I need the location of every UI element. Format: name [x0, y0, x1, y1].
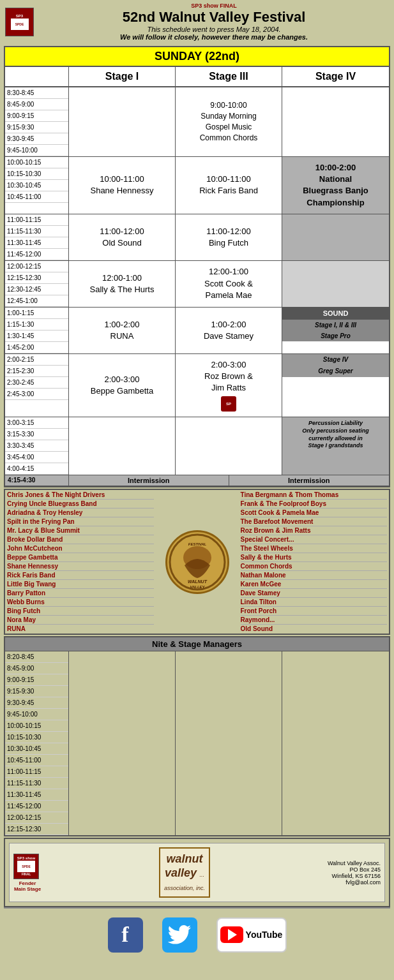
spde-inner-text: SPDE — [15, 22, 24, 26]
header-subtitle: This schedule went to press May 18, 2004… — [39, 26, 389, 33]
list-item: Nora May — [7, 616, 154, 625]
stage3-cell-6-text: 2:00-3:00 Roz Brown & Jim Ratts — [204, 359, 253, 394]
footer-inner: SP3 show SPDE FINAL FenderMain Stage wal… — [9, 843, 385, 902]
night-header: Nite & Stage Managers — [5, 637, 389, 651]
list-item: Barry Patton — [7, 589, 154, 598]
time-label: 12:30-12:45 — [5, 284, 68, 295]
block-row-1: 8:30-8:45 8:45-9:00 9:00-9:15 9:15-9:30 … — [5, 87, 389, 157]
list-item: The Steel Wheels — [241, 544, 388, 553]
time-label: 11:00-11:15 — [5, 766, 68, 778]
time-labels-6: 2:00-2:15 2:15-2:30 2:30-2:45 2:45-3:00 — [5, 354, 69, 417]
stage4-cell-3 — [282, 214, 389, 260]
sound-detail1: Stage I, II & III — [282, 320, 389, 330]
time-label-intermission: 4:15-4:30 — [5, 475, 69, 486]
night-time-col: 8:20-8:45 8:45-9:00 9:00-9:15 9:15-9:30 … — [5, 651, 69, 835]
time-label: 2:00-2:15 — [5, 354, 68, 366]
twitter-icon[interactable] — [162, 917, 197, 953]
time-label: 11:15-11:30 — [5, 226, 68, 237]
time-labels-1: 8:30-8:45 8:45-9:00 9:00-9:15 9:15-9:30 … — [5, 87, 69, 156]
main-title: 52nd Walnut Valley Festival — [39, 9, 389, 26]
list-item: Raymond... — [241, 616, 388, 625]
footer-section: SP3 show SPDE FINAL FenderMain Stage wal… — [4, 838, 390, 907]
list-item: Scott Cook & Pamela Mae — [241, 509, 388, 517]
stage4-cell-2: 10:00-2:00 National Bluegrass Banjo Cham… — [282, 157, 389, 214]
time-label: 1:15-1:30 — [5, 319, 68, 330]
time-label: 9:15-9:30 — [5, 686, 68, 697]
footer-address: Walnut Valley Assoc. PO Box 245 Winfield… — [328, 860, 381, 886]
time-labels-5: 1:00-1:15 1:15-1:30 1:30-1:45 1:45-2:00 — [5, 308, 69, 353]
stage1-cell-2: 10:00-11:00 Shane Hennessy — [69, 157, 176, 214]
list-item: Tina Bergmann & Thom Thomas — [241, 491, 388, 500]
list-item: The Barefoot Movement — [241, 517, 388, 526]
stage1-cell-3: 11:00-12:00 Old Sound — [69, 214, 176, 260]
intermission-row: 4:15-4:30 Intermission Intermission — [5, 475, 389, 486]
address-line4: fvlg@aol.com — [328, 879, 381, 886]
time-label: 3:45-4:00 — [5, 452, 68, 463]
list-item: Front Porch — [241, 607, 388, 616]
time-label: 8:45-9:00 — [5, 99, 68, 110]
time-label: 8:20-8:45 — [5, 651, 68, 663]
time-labels-7: 3:00-3:15 3:15-3:30 3:30-3:45 3:45-4:00 … — [5, 417, 69, 475]
list-item: Crying Uncle Bluegrass Band — [7, 500, 154, 509]
stage4-header: Stage IV — [282, 67, 389, 86]
facebook-icon[interactable]: f — [108, 917, 143, 953]
list-item: Shane Hennessy — [7, 562, 154, 571]
intermission-label1: Intermission — [69, 475, 229, 486]
list-item: Mr. Lacy & Blue Summit — [7, 526, 154, 535]
list-item: Bing Futch — [7, 607, 154, 616]
list-item: Webb Burns — [7, 598, 154, 607]
list-content: Chris Jones & The Night Drivers Crying U… — [5, 490, 389, 634]
stage3-cell-7 — [176, 417, 282, 475]
time-label: 11:15-11:30 — [5, 778, 68, 789]
block-row-5: 1:00-1:15 1:15-1:30 1:30-1:45 1:45-2:00 … — [5, 308, 389, 354]
time-label: 11:45-12:00 — [5, 249, 68, 260]
youtube-icon[interactable]: YouTube — [216, 917, 287, 953]
list-item: Karen McGee — [241, 580, 388, 589]
stage3-cell-1: 9:00-10:00 Sunday Morning Gospel Music C… — [176, 87, 282, 156]
time-label: 12:15-12:30 — [5, 272, 68, 284]
wv-logo-box: walnut valley ... association, inc. — [159, 847, 210, 897]
walnut-logo: WALNUT VALLEY FESTIVAL — [165, 530, 229, 594]
svg-text:WALNUT: WALNUT — [188, 579, 208, 584]
time-label: 9:15-9:30 — [5, 122, 68, 133]
stage1-cell-4: 12:00-1:00 Sally & The Hurts — [69, 261, 176, 307]
day-header: SUNDAY (22nd) — [5, 47, 389, 67]
yt-play-icon — [228, 929, 237, 940]
block-row-7: 3:00-3:15 3:15-3:30 3:30-3:45 3:45-4:00 … — [5, 417, 389, 475]
time-label: 8:45-9:00 — [5, 663, 68, 674]
sound-detail2: Stage Pro — [282, 330, 389, 341]
svg-text:FESTIVAL: FESTIVAL — [188, 542, 206, 546]
walnut-logo-svg: WALNUT VALLEY FESTIVAL — [169, 533, 226, 591]
list-right-col: Tina Bergmann & Thom Thomas Frank & The … — [239, 490, 390, 634]
list-item: Little Big Twang — [7, 580, 154, 589]
time-label: 9:00-9:15 — [5, 110, 68, 122]
time-label: 12:15-12:30 — [5, 824, 68, 835]
block-row-4: 12:00-12:15 12:15-12:30 12:30-12:45 12:4… — [5, 261, 389, 308]
walnut-logo-container: WALNUT VALLEY FESTIVAL — [156, 490, 239, 634]
footer-spde: SP3 show SPDE FINAL FenderMain Stage — [13, 854, 42, 892]
time-label: 10:30-10:45 — [5, 180, 68, 191]
empty-header — [5, 67, 69, 86]
time-labels-3: 11:00-11:15 11:15-11:30 11:30-11:45 11:4… — [5, 214, 69, 260]
time-label: 1:45-2:00 — [5, 342, 68, 353]
stage3-cell-4: 12:00-1:00 Scott Cook & Pamela Mae — [176, 261, 282, 307]
list-item: Frank & The Foolproof Boys — [241, 500, 388, 509]
time-label: 12:45-1:00 — [5, 295, 68, 307]
spde-top-text: SP3 — [16, 14, 23, 18]
address-line1: Walnut Valley Assoc. — [328, 860, 381, 866]
time-label: 12:00-12:15 — [5, 812, 68, 824]
time-label: 11:00-11:15 — [5, 214, 68, 226]
time-label: 10:30-10:45 — [5, 743, 68, 755]
time-label: 1:00-1:15 — [5, 308, 68, 319]
yt-button — [220, 926, 243, 943]
list-item: Nathan Malone — [241, 571, 388, 580]
schedule-container: SUNDAY (22nd) Stage I Stage III Stage IV… — [0, 43, 394, 964]
footer-spde-inner: SPDE — [17, 861, 35, 872]
time-label: 10:15-10:30 — [5, 168, 68, 180]
block-row-3: 11:00-11:15 11:15-11:30 11:30-11:45 11:4… — [5, 214, 389, 261]
stage4-cell-6: Stage IV Greg Super — [282, 354, 389, 417]
stage3-header: Stage III — [176, 67, 282, 86]
time-label: 9:30-9:45 — [5, 133, 68, 145]
time-label: 2:30-2:45 — [5, 377, 68, 389]
night-section: Nite & Stage Managers 8:20-8:45 8:45-9:0… — [4, 636, 390, 836]
